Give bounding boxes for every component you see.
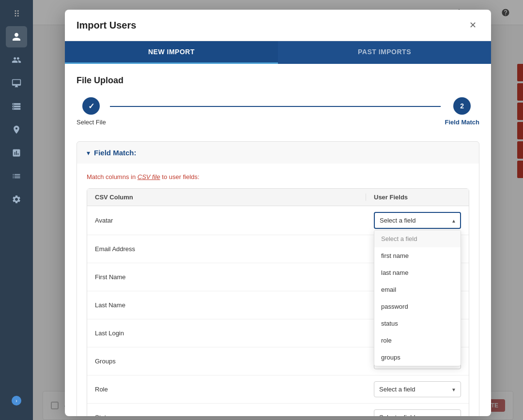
step-1-label: Select File <box>77 119 106 126</box>
step-1-circle <box>82 97 100 115</box>
modal-body: File Upload Select File 2 Field Match <box>65 64 491 416</box>
import-users-modal: Import Users ✕ NEW IMPORT PAST IMPORTS F… <box>65 10 491 416</box>
role-select[interactable]: Select a field first name last name emai… <box>374 381 461 397</box>
steps-container: Select File 2 Field Match <box>77 97 479 126</box>
csv-col-last-name: Last Name <box>95 301 374 309</box>
csv-col-avatar: Avatar <box>95 217 374 224</box>
csv-col-status: Status <box>95 414 374 416</box>
csv-col-first-name: First Name <box>95 273 374 281</box>
section-header[interactable]: ▾ Field Match: <box>77 142 479 164</box>
columns-table: CSV Column User Fields Avatar <box>87 188 469 416</box>
status-select[interactable]: Select a field first name last name emai… <box>374 409 461 416</box>
dropdown-option-role[interactable]: role <box>374 332 461 349</box>
avatar-select[interactable]: Select a field first name last name emai… <box>374 212 461 229</box>
file-upload-heading: File Upload <box>77 75 479 86</box>
avatar-dropdown-open: Select a field first name last name emai… <box>374 230 461 366</box>
dropdown-option-password[interactable]: password <box>374 298 461 315</box>
modal-close-button[interactable]: ✕ <box>466 18 479 32</box>
tab-past-imports[interactable]: PAST IMPORTS <box>278 41 491 64</box>
sidebar: ⠿ › <box>0 0 33 420</box>
modal-header: Import Users ✕ <box>65 10 491 41</box>
main-content: clkawa13b000ewy13803y Inactive EDIT DELE… <box>33 0 523 420</box>
match-instruction: Match columns in CSV file to user fields… <box>87 173 469 180</box>
section-title: Field Match: <box>94 149 137 157</box>
dropdown-option-first-name[interactable]: first name <box>374 247 461 264</box>
sidebar-item-settings[interactable] <box>6 189 27 210</box>
step-line <box>110 106 441 107</box>
sidebar-item-monitor[interactable] <box>6 73 27 94</box>
step-1: Select File <box>77 97 106 126</box>
dropdown-option-placeholder[interactable]: Select a field <box>374 230 461 247</box>
step-2-circle: 2 <box>453 97 471 115</box>
field-match-content: Match columns in CSV file to user fields… <box>77 164 479 416</box>
tab-new-import[interactable]: NEW IMPORT <box>65 41 278 64</box>
table-row: Avatar Select a field first name last na… <box>87 206 469 235</box>
chevron-down-icon: ▾ <box>87 149 90 157</box>
sidebar-item-location[interactable] <box>6 119 27 140</box>
field-match-section: ▾ Field Match: Match columns in CSV file… <box>77 141 479 416</box>
step-2-label: Field Match <box>445 119 479 126</box>
dropdown-option-email[interactable]: email <box>374 281 461 298</box>
user-field-role: Select a field first name last name emai… <box>374 381 461 397</box>
user-field-status: Select a field first name last name emai… <box>374 409 461 416</box>
sidebar-item-chart[interactable] <box>6 142 27 164</box>
sidebar-expand-area: › <box>0 396 33 405</box>
sidebar-expand-button[interactable]: › <box>12 396 21 405</box>
sidebar-item-list[interactable] <box>6 165 27 187</box>
dropdown-option-last-name[interactable]: last name <box>374 264 461 281</box>
table-row: Role Select a field first name last name <box>87 375 469 404</box>
col-divider <box>366 194 366 201</box>
user-field-avatar: Select a field first name last name emai… <box>374 212 461 229</box>
step-2: 2 Field Match <box>445 97 479 126</box>
table-header: CSV Column User Fields <box>87 189 469 206</box>
csv-col-last-login: Last Login <box>95 330 374 337</box>
status-select-wrapper: Select a field first name last name emai… <box>374 409 461 416</box>
csv-col-role: Role <box>95 386 374 393</box>
table-row: Status Select a field first name last na… <box>87 404 469 416</box>
sidebar-item-groups[interactable] <box>6 49 27 71</box>
instruction-highlight: CSV file <box>138 173 160 180</box>
modal-backdrop: Import Users ✕ NEW IMPORT PAST IMPORTS F… <box>33 0 523 420</box>
col-header-csv: CSV Column <box>95 194 358 201</box>
csv-col-groups: Groups <box>95 358 374 365</box>
avatar-select-wrapper: Select a field first name last name emai… <box>374 212 461 229</box>
sidebar-item-users[interactable] <box>6 26 27 47</box>
modal-title: Import Users <box>77 20 136 31</box>
tab-bar: NEW IMPORT PAST IMPORTS <box>65 41 491 64</box>
dropdown-option-groups[interactable]: groups <box>374 349 461 366</box>
app-grid-icon[interactable]: ⠿ <box>9 4 25 24</box>
role-select-wrapper: Select a field first name last name emai… <box>374 381 461 397</box>
dropdown-option-status[interactable]: status <box>374 315 461 332</box>
col-header-user-fields: User Fields <box>374 194 461 201</box>
csv-col-email: Email Address <box>95 245 374 253</box>
sidebar-item-storage[interactable] <box>6 96 27 117</box>
